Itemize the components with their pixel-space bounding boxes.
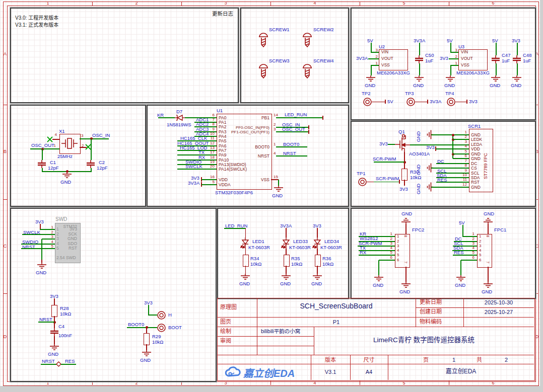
power-net-label[interactable]: 5V xyxy=(492,38,498,43)
component-ref[interactable]: R29 xyxy=(152,334,161,339)
net-label[interactable]: 3V3A xyxy=(430,99,441,104)
net-label[interactable]: GND xyxy=(416,128,421,142)
component-ref[interactable]: SCREW1 xyxy=(269,27,290,32)
component-value[interactable]: ST7789 FPC xyxy=(483,143,488,179)
changelog-line[interactable]: V3.0: 工程开发版本 xyxy=(15,15,58,21)
component-ref[interactable]: R36 xyxy=(322,256,331,261)
net-label[interactable]: GND xyxy=(455,283,465,288)
component-value[interactable]: KT-0603R xyxy=(289,245,311,250)
power-net-label[interactable]: 5V xyxy=(459,220,465,225)
component-ref[interactable]: R35 xyxy=(291,256,300,261)
component-value[interactable]: 1uF xyxy=(425,58,433,63)
net-label[interactable]: GND xyxy=(401,211,412,216)
gnd-icon[interactable] xyxy=(512,75,522,82)
net-label[interactable]: GND xyxy=(140,358,151,363)
net-label[interactable]: LED_RUN xyxy=(285,112,307,117)
component-ref[interactable]: C48 xyxy=(523,53,531,58)
testpoint-icon[interactable] xyxy=(157,311,166,320)
gnd-icon[interactable] xyxy=(312,274,322,280)
mosfet-icon[interactable] xyxy=(395,134,410,152)
gnd-icon[interactable] xyxy=(483,282,493,288)
screw-icon[interactable] xyxy=(302,32,312,48)
component-ref[interactable]: SCREW2 xyxy=(313,27,334,32)
net-label[interactable]: BOOT0 xyxy=(128,322,144,327)
net-label[interactable]: 3V3 xyxy=(440,56,448,61)
component-ref[interactable]: R34 xyxy=(250,256,259,261)
component-ref[interactable]: R28 xyxy=(60,306,69,311)
component-value[interactable]: 1uF xyxy=(523,58,531,63)
component-value[interactable]: KT-0603R xyxy=(248,245,270,250)
capacitor-icon[interactable] xyxy=(50,328,58,336)
component-ref[interactable]: U3 xyxy=(458,44,464,49)
component-value[interactable]: 1uF xyxy=(502,58,510,63)
component-ref[interactable]: X1 xyxy=(59,129,65,134)
gnd-icon[interactable] xyxy=(274,186,284,192)
net-label[interactable]: 5V xyxy=(387,99,393,104)
component-value[interactable]: ME6206A33XG xyxy=(377,70,410,75)
component-ref[interactable]: FPC2 xyxy=(412,227,424,232)
resistor-icon[interactable] xyxy=(284,255,290,267)
gnd-icon[interactable] xyxy=(456,275,466,282)
resistor-icon[interactable] xyxy=(51,305,57,317)
net-label[interactable]: GND xyxy=(484,211,494,216)
component-ref[interactable]: C1 xyxy=(50,160,56,165)
capacitor-icon[interactable] xyxy=(415,55,423,63)
net-label[interactable]: GND xyxy=(416,180,421,194)
gnd-icon[interactable] xyxy=(37,263,47,269)
component-value[interactable]: 12pF xyxy=(48,166,59,171)
component-ref[interactable]: TP4 xyxy=(445,91,454,96)
component-ref[interactable]: LED1 xyxy=(252,239,264,244)
component-value[interactable]: 10kΩ xyxy=(60,311,71,317)
net-label[interactable]: 3V3 xyxy=(379,141,388,146)
net-label[interactable]: 3V3 xyxy=(469,99,478,104)
component-ref[interactable]: U1 xyxy=(217,108,223,113)
changelog-line[interactable]: V3.1: 正式发布版本 xyxy=(15,22,58,28)
net-label[interactable]: RES xyxy=(65,359,75,364)
resistor-icon[interactable] xyxy=(144,333,150,345)
component-ref[interactable]: C4 xyxy=(58,324,64,329)
gnd-icon[interactable] xyxy=(142,350,152,357)
net-label[interactable]: 3V3A xyxy=(188,181,199,186)
component-ref[interactable]: FPC1 xyxy=(494,227,506,232)
gnd-icon[interactable] xyxy=(414,75,424,82)
gnd-icon[interactable] xyxy=(491,75,501,82)
component-ref[interactable]: SCREW4 xyxy=(313,58,334,63)
crystal-icon[interactable] xyxy=(61,136,78,151)
component-value[interactable]: ME6206A33XG xyxy=(456,70,490,75)
net-label[interactable]: GND xyxy=(36,270,46,275)
component-value[interactable]: STM32F030F4P6 xyxy=(215,190,253,195)
component-ref[interactable]: TP3 xyxy=(405,91,414,96)
component-ref[interactable]: U2 xyxy=(379,44,385,49)
component-value[interactable]: 10kΩ xyxy=(152,340,163,345)
net-label[interactable]: GND xyxy=(490,83,500,88)
component-ref[interactable]: C50 xyxy=(425,53,434,58)
testpoint-icon[interactable] xyxy=(447,98,455,106)
diode-icon[interactable] xyxy=(175,114,185,121)
net-label[interactable]: 3V3A xyxy=(356,56,368,61)
net-label[interactable]: GND xyxy=(239,281,250,286)
component-value[interactable]: 100nF xyxy=(58,333,72,338)
net-label[interactable]: GND xyxy=(272,193,283,198)
component-value[interactable]: KT-0603R xyxy=(320,245,342,250)
screw-icon[interactable] xyxy=(258,32,268,48)
gnd-icon[interactable] xyxy=(49,344,59,351)
component-value[interactable]: AO3401A xyxy=(409,151,430,156)
component-ref[interactable]: SWD xyxy=(55,217,67,221)
gnd-icon[interactable] xyxy=(366,75,376,82)
net-label[interactable]: GND xyxy=(482,289,492,294)
net-label[interactable]: H xyxy=(168,312,172,318)
net-label[interactable]: GND xyxy=(48,352,58,357)
net-label[interactable]: GND xyxy=(413,83,424,88)
component-value[interactable]: 10kΩ xyxy=(291,262,302,267)
net-label[interactable]: GND xyxy=(511,83,521,88)
net-label[interactable]: SCR-PWM xyxy=(376,176,399,181)
net-label[interactable]: GND xyxy=(373,283,383,288)
component-value[interactable]: 12pF xyxy=(97,166,108,171)
gnd-icon[interactable] xyxy=(445,75,455,82)
resistor-icon[interactable] xyxy=(401,169,408,181)
net-label[interactable]: GND xyxy=(444,83,455,88)
net-label[interactable]: OSC_IN xyxy=(92,133,110,138)
net-label[interactable]: GND xyxy=(399,289,410,294)
component-ref[interactable]: C2 xyxy=(99,160,105,165)
component-value[interactable]: 1N5819WS xyxy=(167,122,191,127)
